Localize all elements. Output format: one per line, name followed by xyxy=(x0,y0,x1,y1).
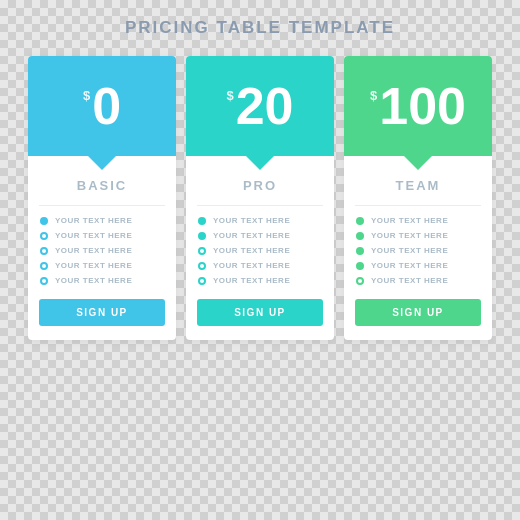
list-item: YOUR TEXT HERE xyxy=(198,246,322,255)
empty-dot-icon xyxy=(40,247,48,255)
filled-dot-icon xyxy=(40,217,48,225)
filled-dot-icon xyxy=(356,232,364,240)
banner-basic: $0 xyxy=(28,56,176,156)
list-item: YOUR TEXT HERE xyxy=(356,276,480,285)
pricing-cards-row: $0BASICYOUR TEXT HEREYOUR TEXT HEREYOUR … xyxy=(14,56,506,340)
pricing-card-pro: $20PROYOUR TEXT HEREYOUR TEXT HEREYOUR T… xyxy=(186,56,334,340)
feature-text: YOUR TEXT HERE xyxy=(371,261,448,270)
list-item: YOUR TEXT HERE xyxy=(198,261,322,270)
currency-basic: $ xyxy=(83,88,90,103)
price-value-basic: 0 xyxy=(92,80,121,132)
feature-text: YOUR TEXT HERE xyxy=(371,246,448,255)
plan-name-basic: BASIC xyxy=(77,178,127,193)
features-list-pro: YOUR TEXT HEREYOUR TEXT HEREYOUR TEXT HE… xyxy=(186,216,334,285)
features-list-team: YOUR TEXT HEREYOUR TEXT HEREYOUR TEXT HE… xyxy=(344,216,492,285)
list-item: YOUR TEXT HERE xyxy=(40,261,164,270)
pricing-card-team: $100TEAMYOUR TEXT HEREYOUR TEXT HEREYOUR… xyxy=(344,56,492,340)
filled-dot-icon xyxy=(356,217,364,225)
signup-button-pro[interactable]: SIGN UP xyxy=(197,299,323,326)
filled-dot-icon xyxy=(356,247,364,255)
list-item: YOUR TEXT HERE xyxy=(356,261,480,270)
feature-text: YOUR TEXT HERE xyxy=(213,261,290,270)
list-item: YOUR TEXT HERE xyxy=(356,246,480,255)
features-list-basic: YOUR TEXT HEREYOUR TEXT HEREYOUR TEXT HE… xyxy=(28,216,176,285)
list-item: YOUR TEXT HERE xyxy=(40,246,164,255)
signup-button-team[interactable]: SIGN UP xyxy=(355,299,481,326)
empty-dot-icon xyxy=(40,232,48,240)
divider xyxy=(355,205,481,206)
feature-text: YOUR TEXT HERE xyxy=(55,261,132,270)
banner-team: $100 xyxy=(344,56,492,156)
list-item: YOUR TEXT HERE xyxy=(198,216,322,225)
page-title: PRICING TABLE TEMPLATE xyxy=(125,18,395,38)
list-item: YOUR TEXT HERE xyxy=(356,231,480,240)
list-item: YOUR TEXT HERE xyxy=(40,216,164,225)
divider xyxy=(39,205,165,206)
main-container: PRICING TABLE TEMPLATE $0BASICYOUR TEXT … xyxy=(14,18,506,340)
plan-name-pro: PRO xyxy=(243,178,277,193)
list-item: YOUR TEXT HERE xyxy=(40,231,164,240)
feature-text: YOUR TEXT HERE xyxy=(55,246,132,255)
feature-text: YOUR TEXT HERE xyxy=(55,231,132,240)
empty-dot-icon xyxy=(198,247,206,255)
empty-dot-icon xyxy=(198,277,206,285)
feature-text: YOUR TEXT HERE xyxy=(213,276,290,285)
filled-dot-icon xyxy=(198,217,206,225)
feature-text: YOUR TEXT HERE xyxy=(55,276,132,285)
divider xyxy=(197,205,323,206)
list-item: YOUR TEXT HERE xyxy=(198,276,322,285)
filled-dot-icon xyxy=(356,262,364,270)
filled-dot-icon xyxy=(198,232,206,240)
signup-button-basic[interactable]: SIGN UP xyxy=(39,299,165,326)
feature-text: YOUR TEXT HERE xyxy=(371,231,448,240)
feature-text: YOUR TEXT HERE xyxy=(213,246,290,255)
empty-dot-icon xyxy=(40,262,48,270)
feature-text: YOUR TEXT HERE xyxy=(371,276,448,285)
list-item: YOUR TEXT HERE xyxy=(356,216,480,225)
empty-dot-icon xyxy=(198,262,206,270)
feature-text: YOUR TEXT HERE xyxy=(213,216,290,225)
list-item: YOUR TEXT HERE xyxy=(40,276,164,285)
currency-pro: $ xyxy=(226,88,233,103)
list-item: YOUR TEXT HERE xyxy=(198,231,322,240)
empty-dot-icon xyxy=(40,277,48,285)
banner-pro: $20 xyxy=(186,56,334,156)
price-value-team: 100 xyxy=(379,80,466,132)
feature-text: YOUR TEXT HERE xyxy=(371,216,448,225)
empty-dot-icon xyxy=(356,277,364,285)
currency-team: $ xyxy=(370,88,377,103)
price-value-pro: 20 xyxy=(236,80,294,132)
feature-text: YOUR TEXT HERE xyxy=(213,231,290,240)
pricing-card-basic: $0BASICYOUR TEXT HEREYOUR TEXT HEREYOUR … xyxy=(28,56,176,340)
plan-name-team: TEAM xyxy=(396,178,441,193)
feature-text: YOUR TEXT HERE xyxy=(55,216,132,225)
